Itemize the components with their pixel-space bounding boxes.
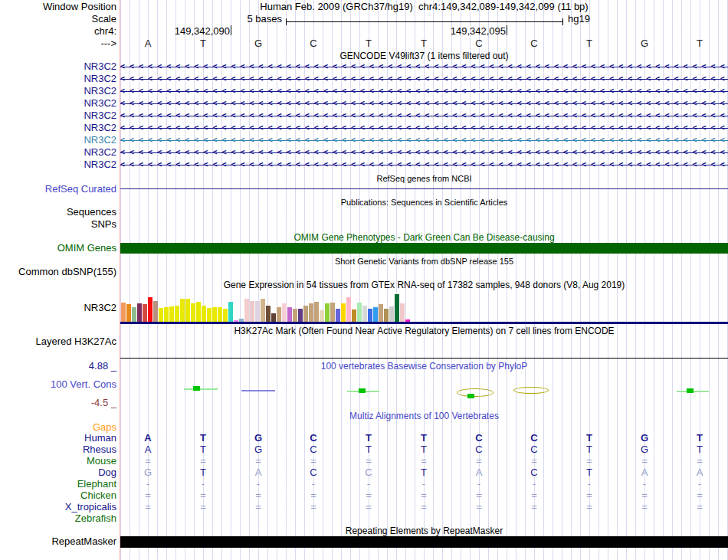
multiz-aligned-base[interactable]: = (193, 502, 213, 513)
phylop-score-segment[interactable] (184, 388, 218, 390)
multiz-aligned-base[interactable]: - (524, 479, 544, 490)
gtex-tissue-bar[interactable] (271, 313, 276, 322)
multiz-aligned-base[interactable]: = (579, 502, 599, 513)
gencode-gene-label[interactable]: NR3C2 (84, 135, 116, 146)
omim-gene-bar[interactable] (120, 243, 728, 254)
gencode-gene-label[interactable]: NR3C2 (84, 147, 116, 158)
gtex-gene-label[interactable]: NR3C2 (84, 303, 116, 313)
multiz-aligned-base[interactable]: = (469, 490, 489, 501)
multiz-aligned-base[interactable]: = (635, 456, 654, 467)
multiz-aligned-base[interactable]: - (303, 479, 323, 490)
multiz-aligned-base[interactable]: T (690, 433, 710, 444)
layered-h3k27ac-track-label[interactable]: Layered H3K27Ac (35, 336, 116, 347)
multiz-species-label[interactable]: X_tropicalis (65, 502, 116, 513)
gtex-tissue-bar[interactable] (175, 306, 179, 322)
gencode-gene-label[interactable]: NR3C2 (84, 98, 116, 109)
multiz-aligned-base[interactable]: G (635, 444, 654, 455)
multiz-aligned-base[interactable]: = (579, 490, 599, 501)
multiz-species-label[interactable]: Zebrafish (75, 513, 116, 524)
multiz-aligned-base[interactable]: A (469, 467, 489, 478)
gtex-tissue-bar[interactable] (320, 310, 324, 322)
gtex-tissue-bar[interactable] (137, 303, 142, 322)
gtex-tissue-bar[interactable] (143, 304, 147, 322)
multiz-aligned-base[interactable]: = (138, 456, 158, 467)
multiz-aligned-base[interactable]: T (193, 467, 213, 478)
multiz-aligned-base[interactable]: G (635, 433, 654, 444)
gencode-gene-label[interactable]: NR3C2 (84, 86, 116, 97)
multiz-aligned-base[interactable]: C (303, 467, 323, 478)
multiz-aligned-base[interactable]: = (414, 456, 434, 467)
repeatmasker-element-bar[interactable] (120, 536, 728, 548)
multiz-species-label[interactable]: Rhesus (83, 444, 116, 455)
gtex-tissue-bar[interactable] (207, 308, 212, 322)
gtex-tissue-bar[interactable] (336, 309, 340, 322)
gtex-tissue-bar[interactable] (180, 299, 185, 322)
gtex-tissue-bar[interactable] (379, 304, 383, 322)
gtex-tissue-bar[interactable] (282, 303, 287, 322)
gtex-tissue-bar[interactable] (293, 309, 297, 322)
gtex-expression-bar-chart[interactable] (121, 293, 410, 322)
multiz-aligned-base[interactable]: - (635, 479, 654, 490)
multiz-aligned-base[interactable]: A (248, 467, 268, 478)
phylop-score-segment[interactable] (241, 390, 275, 391)
gtex-tissue-bar[interactable] (314, 302, 319, 322)
sequences-track-label[interactable]: Sequences (67, 207, 116, 218)
gtex-tissue-bar[interactable] (298, 309, 303, 322)
multiz-aligned-base[interactable]: = (414, 490, 434, 501)
multiz-aligned-base[interactable]: T (359, 433, 379, 444)
repeatmasker-track-label[interactable]: RepeatMasker (51, 536, 116, 547)
multiz-aligned-base[interactable]: = (359, 490, 379, 501)
gencode-gene-row[interactable]: <<<<<<<<<<<<<<<<<<<<<<<<<<<<<<<<<<<<<<<<… (120, 123, 728, 133)
conservation-track-label[interactable]: 100 Vert. Cons (51, 379, 116, 390)
gtex-tissue-bar[interactable] (389, 306, 394, 322)
gencode-gene-label[interactable]: NR3C2 (84, 61, 116, 72)
gencode-gene-row[interactable]: <<<<<<<<<<<<<<<<<<<<<<<<<<<<<<<<<<<<<<<<… (120, 86, 728, 97)
multiz-aligned-base[interactable]: = (690, 502, 710, 513)
gtex-tissue-bar[interactable] (287, 307, 292, 322)
h3k27ac-baseline[interactable] (120, 358, 728, 359)
multiz-aligned-base[interactable]: - (690, 479, 710, 490)
multiz-aligned-base[interactable]: - (138, 479, 158, 490)
gtex-tissue-bar[interactable] (255, 301, 260, 322)
multiz-aligned-base[interactable]: T (193, 444, 213, 455)
multiz-aligned-base[interactable]: = (524, 490, 544, 501)
multiz-aligned-base[interactable]: - (359, 479, 379, 490)
multiz-aligned-base[interactable]: T (579, 433, 599, 444)
gtex-tissue-bar[interactable] (341, 303, 346, 322)
gtex-tissue-bar[interactable] (159, 308, 163, 322)
gtex-tissue-bar[interactable] (196, 302, 201, 322)
gencode-gene-row[interactable]: <<<<<<<<<<<<<<<<<<<<<<<<<<<<<<<<<<<<<<<<… (120, 61, 728, 72)
gtex-tissue-bar[interactable] (373, 307, 378, 322)
gencode-gene-row[interactable]: <<<<<<<<<<<<<<<<<<<<<<<<<<<<<<<<<<<<<<<<… (120, 159, 728, 170)
gtex-tissue-bar[interactable] (357, 303, 362, 322)
multiz-aligned-base[interactable]: = (138, 490, 158, 501)
multiz-aligned-base[interactable]: = (193, 490, 213, 501)
gtex-tissue-bar[interactable] (266, 306, 271, 322)
multiz-aligned-base[interactable]: - (248, 479, 268, 490)
multiz-aligned-base[interactable]: T (193, 433, 213, 444)
multiz-aligned-base[interactable]: = (303, 456, 323, 467)
gencode-gene-row[interactable]: <<<<<<<<<<<<<<<<<<<<<<<<<<<<<<<<<<<<<<<<… (120, 135, 728, 146)
phylop-score-ellipse[interactable] (457, 388, 494, 397)
multiz-species-label[interactable]: Mouse (87, 456, 116, 467)
gtex-tissue-bar[interactable] (212, 307, 217, 322)
multiz-aligned-base[interactable]: A (138, 433, 158, 444)
gtex-tissue-bar[interactable] (223, 309, 228, 322)
multiz-aligned-base[interactable]: C (469, 433, 489, 444)
gtex-tissue-bar[interactable] (228, 302, 233, 322)
gencode-gene-label[interactable]: NR3C2 (84, 159, 116, 170)
multiz-aligned-base[interactable]: - (469, 479, 489, 490)
multiz-aligned-base[interactable]: = (469, 456, 489, 467)
gtex-tissue-bar[interactable] (261, 299, 265, 322)
multiz-aligned-base[interactable]: C (524, 467, 544, 478)
multiz-aligned-base[interactable]: C (524, 444, 544, 455)
gencode-gene-label[interactable]: NR3C2 (84, 74, 116, 84)
gtex-tissue-bar[interactable] (148, 297, 152, 322)
multiz-aligned-base[interactable]: G (248, 433, 268, 444)
multiz-aligned-base[interactable]: T (414, 433, 434, 444)
multiz-aligned-base[interactable]: G (138, 467, 158, 478)
common-dbsnp-track-label[interactable]: Common dbSNP(155) (18, 267, 116, 277)
multiz-aligned-base[interactable]: A (690, 467, 710, 478)
multiz-aligned-base[interactable]: = (579, 456, 599, 467)
multiz-aligned-base[interactable]: - (579, 479, 599, 490)
